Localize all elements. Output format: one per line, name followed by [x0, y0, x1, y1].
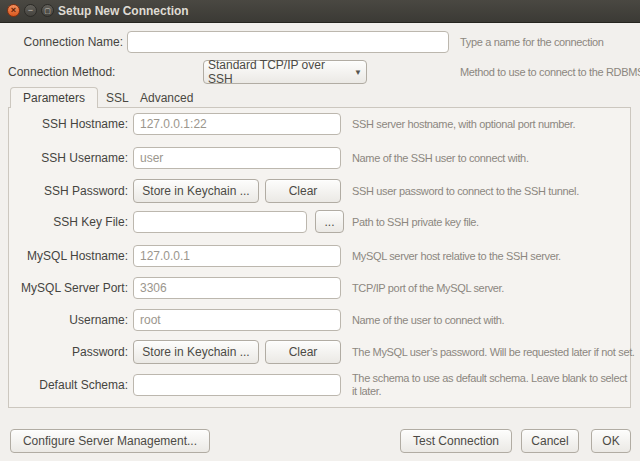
- mysql-hostname-label: MySQL Hostname:: [10, 245, 128, 267]
- configure-server-management-button[interactable]: Configure Server Management...: [10, 429, 210, 453]
- titlebar[interactable]: × − ▢ Setup New Connection: [0, 0, 640, 23]
- cancel-button[interactable]: Cancel: [521, 429, 579, 453]
- ok-button[interactable]: OK: [591, 429, 631, 453]
- password-store-keychain-button[interactable]: Store in Keychain ...: [133, 340, 259, 364]
- default-schema-input[interactable]: [133, 374, 341, 396]
- username-label: Username:: [10, 309, 128, 331]
- connection-name-hint: Type a name for the connection: [460, 31, 604, 53]
- connection-method-hint: Method to use to connect to the RDBMS: [460, 60, 640, 84]
- username-hint: Name of the user to connect with.: [352, 309, 504, 331]
- mysql-port-label: MySQL Server Port:: [10, 277, 128, 299]
- tab-parameters[interactable]: Parameters: [10, 87, 98, 108]
- mysql-port-input[interactable]: [133, 277, 341, 299]
- ssh-password-store-keychain-button[interactable]: Store in Keychain ...: [133, 179, 259, 203]
- ssh-password-label: SSH Password:: [10, 179, 128, 201]
- connection-name-input[interactable]: [127, 31, 449, 53]
- default-schema-label: Default Schema:: [10, 374, 128, 396]
- window-title: Setup New Connection: [58, 0, 189, 22]
- mysql-hostname-input[interactable]: [133, 245, 341, 267]
- tab-ssl[interactable]: SSL: [106, 89, 129, 107]
- test-connection-button[interactable]: Test Connection: [400, 429, 512, 453]
- maximize-icon[interactable]: ▢: [41, 4, 54, 17]
- default-schema-hint: The schema to use as default schema. Lea…: [352, 372, 630, 398]
- close-icon[interactable]: ×: [7, 4, 20, 17]
- ssh-password-clear-button[interactable]: Clear: [265, 179, 341, 203]
- ssh-username-hint: Name of the SSH user to connect with.: [352, 147, 529, 169]
- ssh-username-label: SSH Username:: [10, 147, 128, 169]
- ssh-key-file-hint: Path to SSH private key file.: [352, 211, 479, 233]
- ssh-password-hint: SSH user password to connect to the SSH …: [352, 179, 579, 203]
- dropdown-arrow-icon: ▼: [354, 68, 362, 77]
- connection-method-label: Connection Method:: [8, 60, 123, 82]
- setup-new-connection-dialog: × − ▢ Setup New Connection Connection Na…: [0, 0, 640, 461]
- connection-name-label: Connection Name:: [8, 31, 123, 53]
- tab-advanced[interactable]: Advanced: [140, 89, 193, 107]
- ssh-key-file-browse-button[interactable]: ...: [315, 210, 344, 233]
- mysql-port-hint: TCP/IP port of the MySQL server.: [352, 277, 504, 299]
- ssh-hostname-input[interactable]: [133, 113, 341, 135]
- ssh-hostname-hint: SSH server hostname, with optional port …: [352, 113, 575, 135]
- password-clear-button[interactable]: Clear: [265, 340, 341, 364]
- ssh-username-input[interactable]: [133, 147, 341, 169]
- password-label: Password:: [10, 340, 128, 362]
- password-hint: The MySQL user’s password. Will be reque…: [352, 340, 635, 364]
- connection-method-value: Standard TCP/IP over SSH: [208, 58, 347, 86]
- mysql-hostname-hint: MySQL server host relative to the SSH se…: [352, 245, 561, 267]
- ssh-key-file-label: SSH Key File:: [10, 211, 128, 233]
- ssh-key-file-input[interactable]: [133, 211, 307, 233]
- minimize-icon[interactable]: −: [24, 4, 37, 17]
- connection-method-dropdown[interactable]: Standard TCP/IP over SSH ▼: [203, 60, 367, 84]
- username-input[interactable]: [133, 309, 341, 331]
- ssh-hostname-label: SSH Hostname:: [10, 113, 128, 135]
